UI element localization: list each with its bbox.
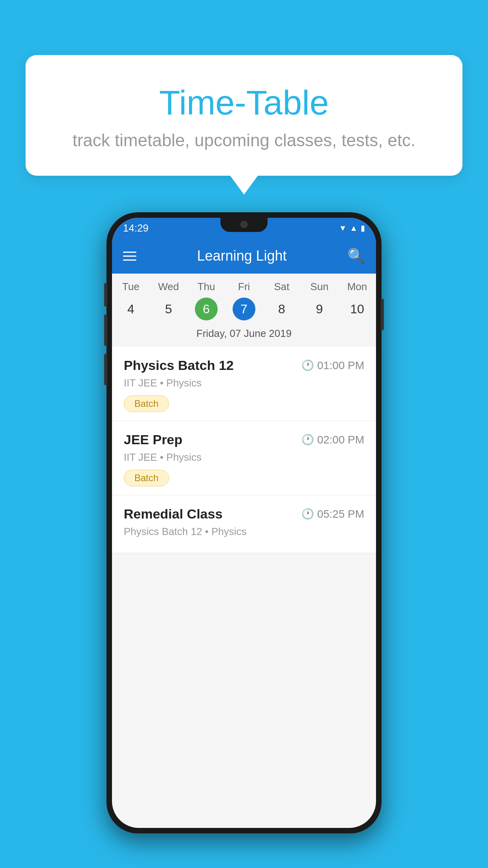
day-name: Wed [150,281,187,293]
day-number[interactable]: 5 [157,298,180,320]
wifi-icon: ▼ [339,224,347,233]
item-title: JEE Prep [124,432,182,447]
day-number[interactable]: 8 [270,298,293,320]
day-col-sat[interactable]: Sat8 [263,281,301,320]
day-name: Mon [338,281,376,293]
day-col-wed[interactable]: Wed5 [150,281,187,320]
day-number[interactable]: 7 [233,298,255,320]
day-col-sun[interactable]: Sun9 [301,281,338,320]
front-camera [240,221,248,228]
status-icons: ▼ ▲ ▮ [339,223,365,233]
day-col-mon[interactable]: Mon10 [338,281,376,320]
day-name: Fri [225,281,263,293]
item-title: Remedial Class [124,506,222,522]
day-col-tue[interactable]: Tue4 [112,281,150,320]
item-time: 🕐 01:00 PM [301,359,364,372]
menu-icon[interactable] [123,252,136,261]
item-header: Physics Batch 12🕐 01:00 PM [124,358,364,373]
day-name: Sun [301,281,338,293]
days-row: Tue4Wed5Thu6Fri7Sat8Sun9Mon10 [112,274,376,324]
status-time: 14:29 [123,222,149,234]
item-subtitle: IIT JEE • Physics [124,451,364,463]
item-header: Remedial Class🕐 05:25 PM [124,506,364,522]
selected-date: Friday, 07 June 2019 [112,324,376,347]
schedule-item[interactable]: Remedial Class🕐 05:25 PMPhysics Batch 12… [112,495,376,553]
day-col-fri[interactable]: Fri7 [225,281,263,320]
day-name: Thu [187,281,225,293]
search-icon[interactable]: 🔍 [347,248,365,264]
schedule-item[interactable]: JEE Prep🕐 02:00 PMIIT JEE • PhysicsBatch [112,421,376,495]
signal-icon: ▲ [350,224,358,233]
clock-icon: 🕐 [301,508,314,520]
item-header: JEE Prep🕐 02:00 PM [124,432,364,447]
clock-icon: 🕐 [301,359,314,371]
volume-down-button [104,354,107,385]
day-name: Tue [112,281,150,293]
day-number[interactable]: 4 [119,298,142,320]
day-col-thu[interactable]: Thu6 [187,281,225,320]
app-bar: Learning Light 🔍 [112,238,376,274]
volume-up-button [104,314,107,346]
speech-bubble: Time-Table track timetable, upcoming cla… [26,55,462,176]
day-number[interactable]: 10 [346,298,369,320]
item-title: Physics Batch 12 [124,358,234,373]
calendar-strip: Tue4Wed5Thu6Fri7Sat8Sun9Mon10 Friday, 07… [112,274,376,347]
schedule-item[interactable]: Physics Batch 12🕐 01:00 PMIIT JEE • Phys… [112,347,376,421]
phone-outer: 14:29 ▼ ▲ ▮ Learning Light 🔍 [106,212,382,833]
phone-notch [220,218,268,232]
item-subtitle: Physics Batch 12 • Physics [124,526,364,538]
battery-icon: ▮ [361,223,365,233]
speech-bubble-container: Time-Table track timetable, upcoming cla… [26,55,462,176]
batch-badge: Batch [124,395,169,412]
bubble-subtitle: track timetable, upcoming classes, tests… [49,131,439,150]
schedule-list: Physics Batch 12🕐 01:00 PMIIT JEE • Phys… [112,347,376,553]
day-number[interactable]: 9 [308,298,331,320]
power-button [381,299,384,330]
phone-mockup: 14:29 ▼ ▲ ▮ Learning Light 🔍 [106,212,382,841]
app-title: Learning Light [146,248,338,264]
item-time: 🕐 02:00 PM [301,434,364,446]
volume-silent-button [104,283,107,307]
day-name: Sat [263,281,301,293]
bubble-title: Time-Table [49,83,439,123]
batch-badge: Batch [124,470,169,486]
clock-icon: 🕐 [301,434,314,446]
day-number[interactable]: 6 [195,298,218,320]
phone-screen: 14:29 ▼ ▲ ▮ Learning Light 🔍 [112,218,376,828]
item-subtitle: IIT JEE • Physics [124,377,364,389]
item-time: 🕐 05:25 PM [301,508,364,520]
